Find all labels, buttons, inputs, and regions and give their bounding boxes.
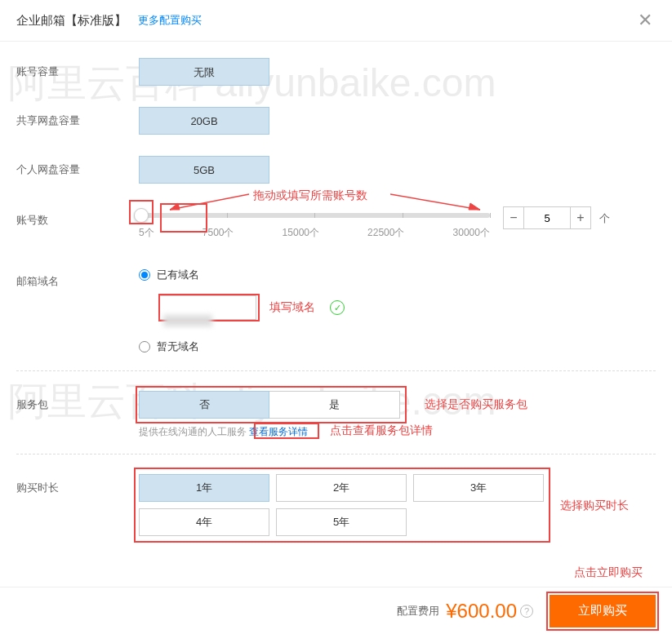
row-personal-disk: 个人网盘容量 5GB	[16, 156, 656, 184]
label-account-count: 账号数	[16, 206, 139, 228]
dialog-header: 企业邮箱【标准版】 更多配置购买 ✕	[0, 0, 672, 42]
dialog-title: 企业邮箱【标准版】	[16, 13, 127, 29]
slider-thumb[interactable]	[134, 208, 149, 223]
radio-icon	[139, 341, 150, 352]
radio-icon	[139, 269, 150, 281]
radio-label: 已有域名	[157, 268, 199, 282]
label-service-pack: 服务包	[16, 391, 139, 412]
fee-label: 配置费用	[397, 604, 439, 618]
label-account-capacity: 账号容量	[16, 58, 139, 79]
duration-4y-button[interactable]: 4年	[139, 508, 269, 536]
more-config-link[interactable]: 更多配置购买	[138, 13, 202, 28]
annotation-drag-hint: 拖动或填写所需账号数	[253, 188, 367, 203]
duration-2y-button[interactable]: 2年	[276, 474, 407, 502]
check-ok-icon: ✓	[330, 300, 345, 315]
unit-label: 个	[599, 206, 610, 226]
account-count-slider[interactable]: 5个 7500个 15000个 22500个 30000个	[139, 206, 490, 240]
service-pack-no-button[interactable]: 否	[139, 391, 269, 419]
help-icon[interactable]: ?	[520, 605, 533, 618]
label-shared-disk: 共享网盘容量	[16, 107, 139, 128]
duration-3y-button[interactable]: 3年	[413, 474, 544, 502]
label-domain: 邮箱域名	[16, 268, 139, 289]
dialog-content: 账号容量 无限 共享网盘容量 20GB 个人网盘容量 5GB 拖动或填写所需账号…	[0, 42, 672, 574]
purchase-dialog: 企业邮箱【标准版】 更多配置购买 ✕ 账号容量 无限 共享网盘容量 20GB 个…	[0, 0, 672, 634]
price-value: ¥600.00	[446, 600, 517, 623]
value-personal-disk: 5GB	[139, 156, 269, 184]
radio-has-domain[interactable]: 已有域名	[139, 268, 656, 282]
slider-tick-labels: 5个 7500个 15000个 22500个 30000个	[139, 226, 490, 240]
service-pack-yes-button[interactable]: 是	[269, 391, 400, 419]
row-service-pack: 服务包 否 是 选择是否购买服务包 提供在线沟通的人工服务 查看服务详情 点击查…	[16, 391, 656, 439]
radio-no-domain[interactable]: 暂无域名	[139, 339, 656, 354]
close-icon[interactable]: ✕	[634, 11, 656, 29]
blurred-content	[163, 315, 212, 326]
plus-button[interactable]: +	[570, 206, 591, 229]
dialog-footer: 配置费用 ¥600.00 ? 立即购买	[0, 587, 672, 634]
radio-label: 暂无域名	[157, 339, 199, 354]
account-count-input[interactable]	[524, 206, 570, 229]
tick-label: 15000个	[283, 226, 319, 240]
divider	[16, 454, 656, 454]
tick-label: 22500个	[367, 226, 404, 240]
tick-label: 5个	[139, 226, 154, 240]
row-duration: 购买时长 1年 2年 3年 4年 5年 选择购买时长	[16, 474, 656, 536]
divider	[16, 370, 656, 371]
label-personal-disk: 个人网盘容量	[16, 156, 139, 177]
duration-1y-button[interactable]: 1年	[139, 474, 269, 502]
minus-button[interactable]: −	[503, 206, 524, 229]
account-count-stepper: − +	[503, 206, 591, 229]
label-duration: 购买时长	[16, 474, 139, 495]
annotation-buy-hint: 点击立即购买	[574, 565, 643, 580]
row-account-count: 账号数 5个 7500个 15000个 22500	[16, 206, 656, 240]
value-account-capacity: 无限	[139, 58, 269, 86]
annotation-duration-hint: 选择购买时长	[560, 499, 629, 513]
row-domain: 邮箱域名 已有域名 填写域名 ✓ 暂	[16, 268, 656, 354]
row-shared-disk: 共享网盘容量 20GB	[16, 107, 656, 135]
annotation-domain-hint: 填写域名	[269, 300, 315, 315]
tick-label: 7500个	[202, 226, 234, 240]
duration-5y-button[interactable]: 5年	[276, 508, 407, 536]
annotation-svc-link-hint: 点击查看服务包详情	[330, 423, 433, 438]
row-account-capacity: 账号容量 无限	[16, 58, 656, 86]
buy-now-button[interactable]: 立即购买	[550, 595, 656, 627]
service-details-link[interactable]: 查看服务详情	[249, 426, 308, 437]
value-shared-disk: 20GB	[139, 107, 269, 135]
annotation-svc-sel-hint: 选择是否购买服务包	[425, 397, 527, 412]
tick-label: 30000个	[453, 226, 490, 240]
service-desc-text: 提供在线沟通的人工服务	[139, 426, 247, 437]
